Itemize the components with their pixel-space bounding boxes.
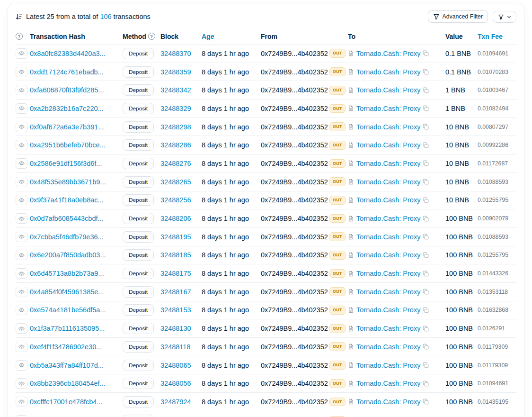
method-badge[interactable]: Deposit	[123, 360, 154, 371]
tx-hash-link[interactable]: 0x48f535e89bb3671b9...	[30, 178, 106, 186]
preview-eye-button[interactable]	[16, 378, 27, 389]
total-count-link[interactable]: 106	[100, 13, 111, 20]
copy-icon[interactable]	[423, 252, 429, 258]
to-address-link[interactable]: Tornado.Cash: Proxy	[356, 288, 420, 296]
preview-eye-button[interactable]	[16, 177, 27, 187]
tx-hash-link[interactable]: 0x4a854f0f45961385e...	[30, 288, 104, 296]
preview-eye-button[interactable]	[16, 103, 27, 114]
tx-hash-link[interactable]: 0x8bb2396cb180454ef...	[30, 380, 106, 387]
method-badge[interactable]: Deposit	[123, 323, 154, 334]
copy-icon[interactable]	[423, 197, 429, 203]
preview-eye-button[interactable]	[16, 250, 27, 260]
help-icon[interactable]: ?	[148, 33, 155, 40]
help-icon[interactable]: ?	[16, 33, 23, 40]
method-badge[interactable]: Deposit	[123, 194, 154, 206]
tx-hash-link[interactable]: 0x1f3a77b1116135095...	[30, 325, 105, 332]
copy-icon[interactable]	[423, 124, 429, 130]
preview-eye-button[interactable]	[16, 360, 27, 371]
copy-icon[interactable]	[423, 216, 429, 222]
method-badge[interactable]: Deposit	[123, 103, 154, 114]
from-address-link[interactable]: 0x7249B9...4b402352	[261, 233, 328, 241]
tx-hash-link[interactable]: 0x2586e91df156f3d6f...	[30, 160, 102, 167]
copy-icon[interactable]	[423, 105, 429, 111]
from-address-link[interactable]: 0x7249B9...4b402352	[261, 160, 328, 167]
preview-eye-button[interactable]	[16, 158, 27, 169]
block-link[interactable]: 32488130	[160, 325, 191, 332]
block-link[interactable]: 32488298	[160, 123, 191, 131]
filter-dropdown-button[interactable]	[493, 11, 516, 23]
copy-icon[interactable]	[423, 362, 429, 368]
tx-hash-link[interactable]: 0xe574a4181be56df5a...	[30, 306, 106, 314]
tx-hash-link[interactable]: 0xef4f1f34786902e30...	[30, 343, 102, 351]
to-address-link[interactable]: Tornado.Cash: Proxy	[356, 343, 420, 351]
tx-hash-link[interactable]: 0xfa606870f83f9fd285...	[30, 86, 104, 94]
from-address-link[interactable]: 0x7249B9...4b402352	[261, 306, 328, 314]
preview-eye-button[interactable]	[16, 48, 27, 59]
block-link[interactable]: 32488370	[160, 50, 191, 57]
to-address-link[interactable]: Tornado.Cash: Proxy	[356, 86, 420, 94]
method-badge[interactable]: Deposit	[123, 48, 154, 59]
method-badge[interactable]: Deposit	[123, 396, 154, 408]
method-badge[interactable]: Deposit	[123, 286, 154, 298]
from-address-link[interactable]: 0x7249B9...4b402352	[261, 270, 328, 277]
method-badge[interactable]: Deposit	[123, 304, 154, 316]
to-address-link[interactable]: Tornado.Cash: Proxy	[356, 105, 420, 112]
preview-eye-button[interactable]	[16, 232, 27, 242]
to-address-link[interactable]: Tornado.Cash: Proxy	[356, 398, 420, 406]
to-address-link[interactable]: Tornado.Cash: Proxy	[356, 160, 420, 167]
method-badge[interactable]: Deposit	[123, 213, 154, 224]
block-link[interactable]: 32488056	[160, 380, 191, 387]
from-address-link[interactable]: 0x7249B9...4b402352	[261, 50, 328, 57]
copy-icon[interactable]	[423, 271, 429, 277]
from-address-link[interactable]: 0x7249B9...4b402352	[261, 68, 328, 76]
method-badge[interactable]: Deposit	[123, 231, 154, 243]
tx-hash-link[interactable]: 0x6e200a7f850dadb03...	[30, 251, 106, 259]
from-address-link[interactable]: 0x7249B9...4b402352	[261, 343, 328, 351]
from-address-link[interactable]: 0x7249B9...4b402352	[261, 380, 328, 387]
block-link[interactable]: 32487924	[160, 398, 191, 406]
from-address-link[interactable]: 0x7249B9...4b402352	[261, 288, 328, 296]
copy-icon[interactable]	[423, 344, 429, 350]
block-link[interactable]: 32488167	[160, 288, 191, 296]
preview-eye-button[interactable]	[16, 140, 27, 150]
block-link[interactable]: 32488359	[160, 68, 191, 76]
to-address-link[interactable]: Tornado.Cash: Proxy	[356, 215, 420, 222]
block-link[interactable]: 32488175	[160, 270, 191, 277]
copy-icon[interactable]	[423, 234, 429, 240]
preview-eye-button[interactable]	[16, 67, 27, 77]
method-badge[interactable]: Deposit	[123, 139, 154, 151]
preview-eye-button[interactable]	[16, 122, 27, 132]
to-address-link[interactable]: Tornado.Cash: Proxy	[356, 362, 420, 369]
to-address-link[interactable]: Tornado.Cash: Proxy	[356, 196, 420, 204]
method-badge[interactable]: Deposit	[123, 158, 154, 169]
advanced-filter-button[interactable]: Advanced Filter	[428, 10, 488, 23]
copy-icon[interactable]	[423, 50, 429, 56]
method-badge[interactable]: Deposit	[123, 84, 154, 96]
to-address-link[interactable]: Tornado.Cash: Proxy	[356, 50, 420, 57]
method-badge[interactable]: Deposit	[123, 121, 154, 133]
to-address-link[interactable]: Tornado.Cash: Proxy	[356, 380, 420, 387]
preview-eye-button[interactable]	[16, 323, 27, 334]
to-address-link[interactable]: Tornado.Cash: Proxy	[356, 251, 420, 259]
copy-icon[interactable]	[423, 179, 429, 185]
tx-hash-link[interactable]: 0xa2951b6befeb70bce...	[30, 141, 106, 149]
to-address-link[interactable]: Tornado.Cash: Proxy	[356, 141, 420, 149]
tx-hash-link[interactable]: 0xcfffc17001e478fcb4...	[30, 398, 102, 406]
block-link[interactable]: 32488118	[160, 343, 190, 351]
tx-hash-link[interactable]: 0x9f37a41f18a0eb8ac...	[30, 196, 104, 204]
block-link[interactable]: 32488195	[160, 233, 191, 241]
block-link[interactable]: 32488265	[160, 178, 191, 186]
from-address-link[interactable]: 0x7249B9...4b402352	[261, 123, 328, 131]
method-badge[interactable]: Deposit	[123, 249, 154, 261]
tx-hash-link[interactable]: 0xb5a343ff7a84ff107d...	[30, 362, 104, 369]
tx-hash-link[interactable]: 0xa2b2832b16a7c220...	[30, 105, 104, 112]
header-age[interactable]: Age	[202, 33, 261, 40]
preview-eye-button[interactable]	[16, 85, 27, 95]
preview-eye-button[interactable]	[16, 195, 27, 205]
preview-eye-button[interactable]	[16, 287, 27, 297]
preview-eye-button[interactable]	[16, 342, 27, 352]
block-link[interactable]: 32488256	[160, 196, 191, 204]
copy-icon[interactable]	[423, 326, 429, 332]
from-address-link[interactable]: 0x7249B9...4b402352	[261, 325, 328, 332]
block-link[interactable]: 32488153	[160, 306, 191, 314]
